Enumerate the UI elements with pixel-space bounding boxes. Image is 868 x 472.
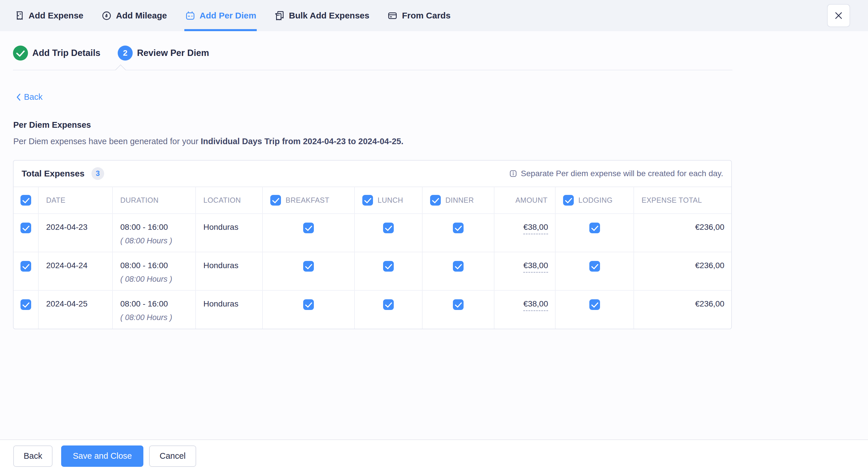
step-add-trip-details[interactable]: Add Trip Details bbox=[13, 45, 100, 61]
table-row: 2024-04-23 08:00 - 16:00 ( 08:00 Hours )… bbox=[13, 214, 731, 252]
duration-cell: 08:00 - 16:00 ( 08:00 Hours ) bbox=[113, 214, 195, 252]
lodging-all-checkbox[interactable] bbox=[563, 195, 574, 206]
row-checkbox[interactable] bbox=[21, 223, 31, 233]
row-checkbox[interactable] bbox=[21, 299, 31, 310]
amount-cell: €38,00 bbox=[494, 252, 555, 290]
tab-add-per-diem[interactable]: Add Per Diem bbox=[185, 0, 256, 31]
cancel-button[interactable]: Cancel bbox=[149, 445, 196, 467]
tab-from-cards[interactable]: From Cards bbox=[387, 0, 450, 31]
save-and-close-button[interactable]: Save and Close bbox=[61, 445, 143, 467]
description-text: . bbox=[401, 137, 403, 146]
column-header-duration: DURATION bbox=[113, 187, 195, 214]
column-header-label: DINNER bbox=[445, 196, 474, 204]
location-cell: Honduras bbox=[195, 290, 262, 329]
column-header-lunch: LUNCH bbox=[354, 187, 422, 214]
step-review-per-diem[interactable]: 2 Review Per Diem bbox=[118, 45, 209, 61]
back-link-label: Back bbox=[24, 92, 42, 102]
per-diem-note: Separate Per diem expense will be create… bbox=[509, 169, 723, 178]
column-header-label: BREAKFAST bbox=[286, 196, 330, 204]
table-header-row: DATE DURATION LOCATION BREAKFAST LUNCH D… bbox=[13, 187, 731, 214]
duration-cell: 08:00 - 16:00 ( 08:00 Hours ) bbox=[113, 252, 195, 290]
section-description: Per Diem expenses have been generated fo… bbox=[13, 137, 868, 146]
step-number-badge: 2 bbox=[118, 45, 133, 61]
trip-start-date: 2024-04-23 bbox=[303, 137, 346, 146]
modal-footer: Back Save and Close Cancel bbox=[0, 439, 868, 472]
bulk-receipts-icon bbox=[274, 10, 285, 21]
date-cell: 2024-04-23 bbox=[38, 214, 113, 252]
per-diem-note-text: Separate Per diem expense will be create… bbox=[521, 169, 723, 178]
step-label: Review Per Diem bbox=[137, 48, 209, 58]
expense-total-cell: €236,00 bbox=[634, 214, 731, 252]
amount-editable-value[interactable]: €38,00 bbox=[523, 299, 548, 311]
chevron-left-icon bbox=[16, 93, 21, 101]
total-expenses-panel: Total Expenses 3 Separate Per diem expen… bbox=[13, 160, 732, 329]
dinner-all-checkbox[interactable] bbox=[430, 195, 441, 206]
tab-label: Bulk Add Expenses bbox=[289, 11, 369, 21]
trip-end-date: 2024-04-25 bbox=[358, 137, 401, 146]
tab-add-mileage[interactable]: Add Mileage bbox=[101, 0, 167, 31]
duration-hours: ( 08:00 Hours ) bbox=[120, 275, 195, 284]
panel-title: Total Expenses bbox=[22, 169, 85, 179]
location-cell: Honduras bbox=[195, 252, 262, 290]
amount-cell: €38,00 bbox=[494, 214, 555, 252]
lunch-checkbox[interactable] bbox=[383, 299, 394, 310]
expense-total-cell: €236,00 bbox=[634, 290, 731, 329]
lunch-checkbox[interactable] bbox=[383, 261, 394, 272]
receipt-icon bbox=[14, 10, 25, 21]
close-button[interactable] bbox=[827, 4, 850, 27]
lunch-checkbox[interactable] bbox=[383, 223, 394, 233]
breakfast-checkbox[interactable] bbox=[303, 261, 314, 272]
table-row: 2024-04-24 08:00 - 16:00 ( 08:00 Hours )… bbox=[13, 252, 731, 290]
column-header-label: LUNCH bbox=[378, 196, 403, 204]
gauge-icon bbox=[101, 10, 112, 21]
column-header-dinner: DINNER bbox=[422, 187, 494, 214]
tab-label: From Cards bbox=[402, 11, 450, 21]
breakfast-all-checkbox[interactable] bbox=[270, 195, 281, 206]
amount-editable-value[interactable]: €38,00 bbox=[523, 261, 548, 273]
amount-cell: €38,00 bbox=[494, 290, 555, 329]
per-diem-table: DATE DURATION LOCATION BREAKFAST LUNCH D… bbox=[13, 187, 731, 329]
dinner-checkbox[interactable] bbox=[453, 223, 464, 233]
location-cell: Honduras bbox=[195, 214, 262, 252]
tab-label: Add Per Diem bbox=[199, 11, 256, 21]
lodging-checkbox[interactable] bbox=[589, 299, 600, 310]
table-row: 2024-04-25 08:00 - 16:00 ( 08:00 Hours )… bbox=[13, 290, 731, 329]
modal-tab-bar: Add Expense Add Mileage Add Per Diem bbox=[0, 0, 868, 31]
description-text: Per Diem expenses have been generated fo… bbox=[13, 137, 201, 146]
lunch-all-checkbox[interactable] bbox=[362, 195, 373, 206]
duration-time: 08:00 - 16:00 bbox=[120, 299, 195, 309]
breakfast-checkbox[interactable] bbox=[303, 223, 314, 233]
amount-editable-value[interactable]: €38,00 bbox=[523, 223, 548, 234]
breakfast-checkbox[interactable] bbox=[303, 299, 314, 310]
calendar-icon bbox=[185, 10, 195, 21]
duration-time: 08:00 - 16:00 bbox=[120, 261, 195, 270]
panel-header: Total Expenses 3 Separate Per diem expen… bbox=[13, 161, 731, 187]
credit-card-icon bbox=[387, 10, 398, 21]
tab-bulk-add-expenses[interactable]: Bulk Add Expenses bbox=[274, 0, 369, 31]
step-divider bbox=[13, 70, 733, 70]
dinner-checkbox[interactable] bbox=[453, 299, 464, 310]
row-checkbox[interactable] bbox=[21, 261, 31, 272]
back-link[interactable]: Back bbox=[16, 92, 42, 102]
description-text: from bbox=[280, 137, 303, 146]
column-header-label: LODGING bbox=[578, 196, 613, 204]
lodging-checkbox[interactable] bbox=[589, 261, 600, 272]
close-icon bbox=[834, 11, 843, 21]
trip-name: Individual Days Trip bbox=[201, 137, 280, 146]
dinner-checkbox[interactable] bbox=[453, 261, 464, 272]
back-button[interactable]: Back bbox=[13, 445, 53, 467]
step-completed-check-icon bbox=[13, 45, 28, 61]
step-indicator: Add Trip Details 2 Review Per Diem bbox=[13, 45, 868, 61]
column-header-amount: AMOUNT bbox=[494, 187, 555, 214]
duration-hours: ( 08:00 Hours ) bbox=[120, 313, 195, 322]
modal-content: Add Trip Details 2 Review Per Diem Back … bbox=[0, 31, 868, 439]
duration-time: 08:00 - 16:00 bbox=[120, 223, 195, 232]
expense-count-badge: 3 bbox=[91, 167, 104, 180]
tab-add-expense[interactable]: Add Expense bbox=[14, 0, 83, 31]
description-text: to bbox=[346, 137, 359, 146]
lodging-checkbox[interactable] bbox=[589, 223, 600, 233]
column-header-expense-total: EXPENSE TOTAL bbox=[634, 187, 731, 214]
duration-hours: ( 08:00 Hours ) bbox=[120, 237, 195, 245]
select-all-checkbox[interactable] bbox=[21, 195, 31, 206]
tab-label: Add Mileage bbox=[116, 11, 167, 21]
